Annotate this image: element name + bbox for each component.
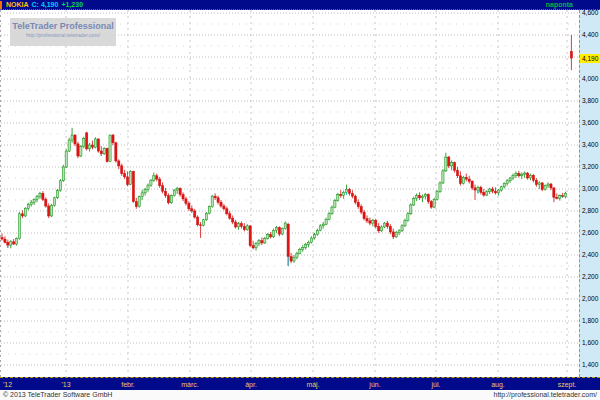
candle-body (392, 232, 394, 237)
candle-body (217, 198, 219, 202)
candle-body (407, 214, 409, 221)
candle-body (448, 157, 450, 166)
candle-body (381, 227, 383, 231)
period-label[interactable]: naponta (546, 0, 573, 9)
candle-body (506, 181, 508, 184)
candle-body (270, 235, 272, 237)
candle-body (316, 230, 318, 234)
candle-body (13, 242, 15, 244)
candle-body (83, 138, 85, 146)
candle-body (267, 235, 269, 239)
candle-body (214, 196, 216, 198)
candle-body (421, 196, 423, 198)
candle-body (71, 135, 73, 140)
candle-body (509, 178, 511, 181)
candle-body (328, 214, 330, 220)
candle-body (252, 246, 254, 248)
chart-header-bar: NOKIA C: 4,190 +1,230 naponta (0, 0, 600, 10)
candle-body (112, 135, 114, 143)
candle-body (191, 209, 193, 211)
candle-body (535, 180, 537, 184)
candle-body (308, 242, 310, 244)
last-price-label: C: 4,190 (32, 0, 59, 9)
candle-body (100, 151, 102, 154)
symbol-label: NOKIA (6, 0, 29, 9)
candle-body (94, 139, 96, 147)
chart-canvas[interactable]: TeleTrader Professional http://professio… (0, 10, 600, 377)
candle-body (427, 195, 429, 202)
candle-body (529, 175, 531, 178)
y-axis-label: 3,200 (582, 163, 598, 171)
candle-body (541, 183, 543, 190)
candle-body (296, 253, 298, 257)
candle-body (237, 224, 239, 227)
candle-body (235, 222, 237, 227)
x-axis-label: márc. (181, 380, 199, 389)
change-label: +1,230 (61, 0, 83, 9)
candle-body (489, 189, 491, 192)
y-axis-label: 1,800 (582, 317, 598, 325)
candle-body (477, 187, 479, 190)
y-axis-label: 4,600 (582, 9, 598, 17)
current-price-tag: 4,190 (580, 54, 600, 63)
candle-body (503, 184, 505, 187)
candle-body (53, 198, 55, 206)
candle-body (194, 211, 196, 217)
candle-body (424, 195, 426, 197)
candle-body (115, 143, 117, 161)
status-bar: © 2013 TeleTrader Software GmbH http://p… (0, 390, 600, 400)
candle-body (51, 206, 53, 216)
candle-body (179, 188, 181, 194)
candle-body (556, 197, 558, 198)
candle-body (445, 157, 447, 171)
candle-body (167, 196, 169, 203)
candle-body (18, 214, 20, 239)
candle-body (106, 148, 108, 161)
candle-body (401, 226, 403, 231)
candle-body (232, 218, 234, 222)
candle-body (348, 190, 350, 194)
candle-body (126, 177, 128, 185)
candle-body (223, 206, 225, 209)
candle-body (559, 196, 561, 199)
candle-body (33, 199, 35, 202)
candle-body (56, 191, 58, 198)
candle-body (176, 188, 178, 190)
y-axis-label: 1,400 (582, 361, 598, 369)
candle-body (74, 135, 76, 144)
y-axis: 4,190 4,6004,4004,0003,8003,6003,4003,20… (579, 10, 600, 377)
candle-body (144, 190, 146, 193)
candle-body (91, 145, 93, 147)
candle-body (459, 176, 461, 184)
y-axis-label: 3,800 (582, 97, 598, 105)
candle-body (547, 184, 549, 186)
candle-body (480, 187, 482, 192)
candle-body (153, 176, 155, 180)
candle-body (465, 177, 467, 179)
watermark-url: http://professional.teletrader.com/ (10, 32, 116, 39)
candle-body (305, 245, 307, 248)
candle-body (278, 228, 280, 235)
candle-body (319, 226, 321, 230)
candle-body (48, 206, 50, 216)
candle-body (302, 247, 304, 249)
x-axis-label: febr. (121, 380, 135, 389)
candle-body (334, 201, 336, 208)
candle-body (211, 196, 213, 206)
candle-body (205, 213, 207, 220)
candle-body (486, 192, 488, 195)
candle-body (375, 220, 377, 226)
candle-body (351, 193, 353, 196)
candle-body (354, 196, 356, 202)
candle-body (491, 189, 493, 191)
candle-body (544, 186, 546, 190)
candle-body (386, 223, 388, 226)
candle-body (343, 192, 345, 195)
candle-body (521, 174, 523, 176)
candlestick-chart[interactable] (0, 10, 600, 377)
footer-url[interactable]: http://professional.teletrader.com/ (494, 390, 598, 400)
copyright-label: © 2013 TeleTrader Software GmbH (3, 390, 112, 400)
candle-body (524, 173, 526, 174)
candle-body (39, 193, 41, 196)
candle-body (442, 171, 444, 183)
